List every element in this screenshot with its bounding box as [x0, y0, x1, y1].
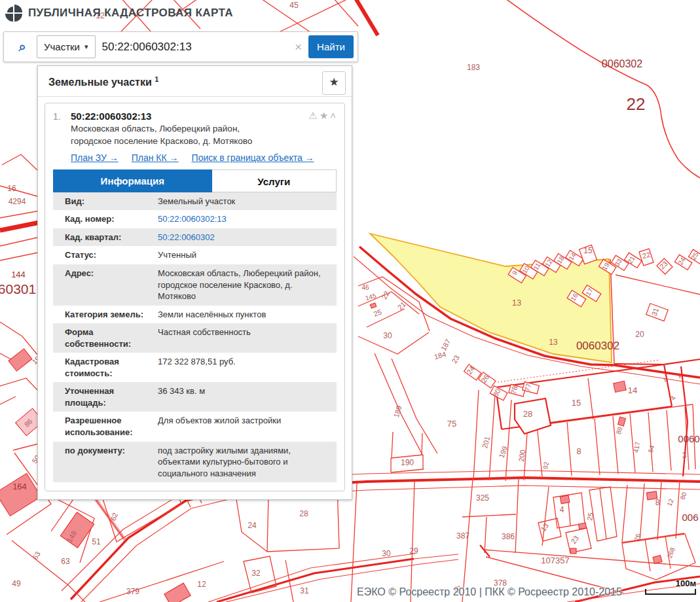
info-label: Кад. квартал:: [65, 232, 158, 243]
favorites-button[interactable]: ★: [322, 71, 346, 95]
info-label: Уточненная площадь:: [65, 385, 158, 408]
info-value[interactable]: 50:22:0060302: [158, 232, 330, 243]
info-value: Частная собственность: [158, 327, 330, 349]
results-panel: Земельные участки 1 ★ ⚠★˄ 1. 50:22:00603…: [37, 65, 352, 500]
result-link[interactable]: План КК →: [132, 152, 179, 163]
search-input[interactable]: [96, 41, 288, 54]
map-label: 23: [450, 354, 461, 365]
chevron-down-icon: ▾: [84, 43, 88, 51]
scale-label: 100м: [645, 578, 696, 588]
map-label: 144: [11, 270, 26, 279]
info-row: Кадастровая стоимость:172 322 878,51 руб…: [53, 353, 337, 382]
info-label: Разрешенное использование:: [65, 415, 158, 438]
map-label: 14: [628, 385, 637, 395]
map-label: 12: [666, 497, 675, 507]
map-label: 183: [467, 63, 480, 72]
result-index: 1.: [53, 111, 65, 147]
info-value: под застройку жилыми зданиями, объектами…: [158, 445, 330, 480]
info-value: Для объектов жилой застройки: [158, 415, 330, 438]
map-label: 4: [560, 505, 564, 514]
info-value: Учтенный: [158, 249, 330, 261]
info-row: Форма собственности:Частная собственност…: [53, 323, 337, 353]
info-value: Земельный участок: [158, 196, 330, 207]
map-label: 189: [392, 405, 403, 419]
info-table: Вид:Земельный участокКад. номер:50:22:00…: [53, 192, 337, 482]
map-label: 15: [572, 398, 581, 408]
results-panel-header: Земельные участки 1 ★: [38, 66, 352, 97]
map-label: 200: [517, 450, 526, 463]
info-row: Уточненная площадь:36 343 кв. м: [53, 382, 337, 412]
result-tab[interactable]: Услуги: [212, 169, 337, 192]
map-label: 80: [679, 491, 688, 501]
info-label: Статус:: [65, 249, 158, 261]
result-address: Московская область, Люберецкий район, го…: [71, 123, 252, 147]
info-value: Земли населённых пунктов: [158, 309, 330, 321]
map-label: 8: [576, 446, 581, 456]
map-label: 28: [299, 509, 308, 518]
map-label: 184: [433, 350, 447, 361]
info-label: Кадастровая стоимость:: [65, 356, 158, 379]
map-label: 45: [289, 1, 299, 10]
info-label: Форма собственности:: [65, 327, 158, 349]
star-icon: ★: [329, 76, 339, 88]
info-row: Кад. номер:50:22:0060302:13: [53, 210, 337, 228]
search-category-dropdown[interactable]: Участки ▾: [37, 35, 96, 58]
map-label: 30: [383, 331, 392, 340]
map-label: 30: [382, 549, 391, 558]
map-label: 0060: [678, 433, 699, 444]
result-count: 1: [155, 75, 158, 83]
result-tab[interactable]: Информация: [53, 169, 212, 192]
map-label: 164: [12, 482, 27, 491]
info-row: Кад. квартал:50:22:0060302: [53, 228, 337, 247]
info-value: Московская область, Люберецкий район, го…: [158, 268, 330, 302]
map-label: 417: [633, 441, 641, 453]
map-label: 31: [300, 586, 309, 595]
map-label: 63: [31, 550, 42, 561]
map-label: 46: [361, 284, 369, 291]
map-label: 51: [92, 537, 101, 546]
app-logo: ПУБЛИЧНАЯ КАДАСТРОВАЯ КАРТА: [5, 5, 233, 22]
result-card: ⚠★˄ 1. 50:22:0060302:13 Московская облас…: [45, 103, 345, 491]
map-label: 325: [476, 493, 489, 503]
map-label: 4: [661, 376, 670, 383]
map-attribution: ЕЭКО © Росреестр 2010 | ПКК © Росреестр …: [357, 586, 622, 598]
search-bar: ⌕ Участки ▾ × Найти: [3, 31, 358, 62]
clear-search-icon[interactable]: ×: [288, 40, 308, 54]
map-label: 24: [248, 521, 257, 530]
map-label: 379: [126, 587, 139, 596]
map-label: 0060302: [576, 340, 619, 352]
map-label: 23: [569, 534, 580, 545]
result-link[interactable]: План ЗУ →: [71, 152, 119, 163]
info-label: Адрес:: [65, 268, 158, 302]
info-value[interactable]: 50:22:0060302:13: [158, 213, 330, 225]
map-label: 13: [512, 298, 521, 308]
map-label: 89: [615, 426, 624, 435]
map-label: 190: [401, 458, 414, 467]
info-label: Кад. номер:: [65, 213, 158, 225]
map-label: 145: [365, 292, 377, 302]
info-row: Разрешенное использование:Для объектов ж…: [53, 412, 337, 441]
search-submit-button[interactable]: Найти: [308, 35, 354, 58]
map-label: 22: [627, 94, 646, 114]
collapse-icon[interactable]: ˄: [330, 110, 338, 121]
result-link[interactable]: Поиск в границах объекта →: [192, 152, 314, 163]
map-label: 187: [439, 338, 452, 352]
info-row: Категория земель:Земли населённых пункто…: [53, 306, 337, 324]
map-label: 54: [647, 444, 656, 453]
map-label: 16: [7, 184, 16, 193]
map-label: 25: [585, 512, 595, 521]
map-label: 15: [583, 246, 593, 255]
map-label: 8: [655, 498, 660, 507]
star-icon[interactable]: ★: [320, 110, 330, 121]
result-card-icons: ⚠★˄: [308, 110, 338, 122]
map-label: 107357: [541, 556, 569, 565]
map-label: 22: [380, 290, 391, 301]
warning-icon[interactable]: ⚠: [308, 110, 319, 121]
info-value: 172 322 878,51 руб.: [158, 356, 330, 379]
info-row: Адрес:Московская область, Люберецкий рай…: [53, 264, 337, 306]
search-icon[interactable]: ⌕: [8, 39, 37, 54]
map-label: 49: [12, 579, 21, 588]
map-label: 3: [682, 451, 687, 460]
app-title: ПУБЛИЧНАЯ КАДАСТРОВАЯ КАРТА: [28, 7, 233, 20]
map-label: 12: [197, 580, 206, 589]
